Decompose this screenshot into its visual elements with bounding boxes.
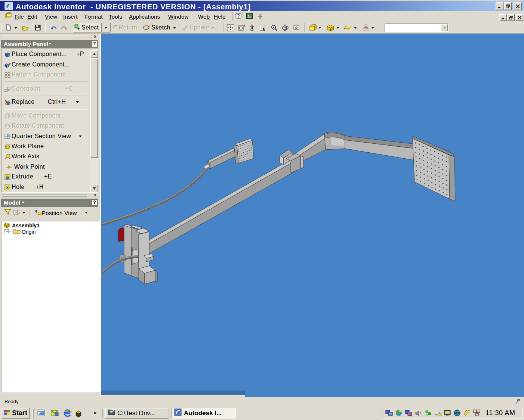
svg-text:?: ? (237, 13, 240, 19)
